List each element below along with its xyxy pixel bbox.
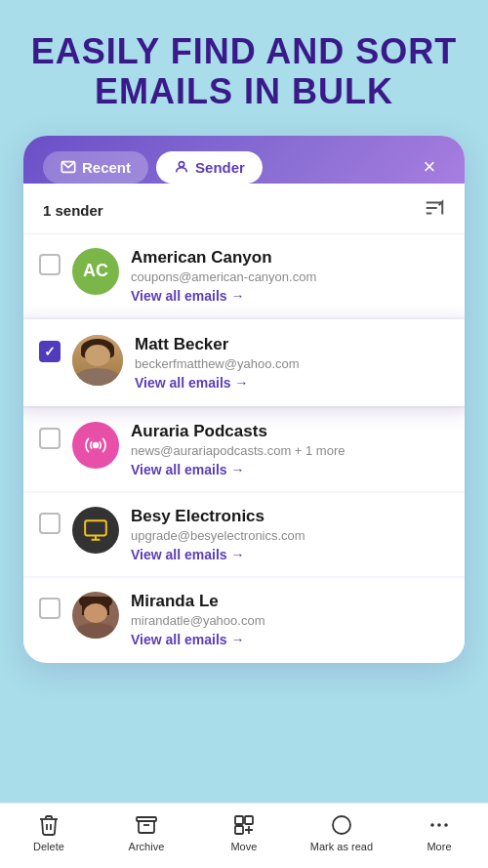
avatar-matt-becker bbox=[72, 335, 123, 386]
tab-sender[interactable]: Sender bbox=[156, 151, 263, 184]
toolbar-archive[interactable]: Archive bbox=[115, 813, 178, 852]
checkbox-american-canyon[interactable] bbox=[39, 254, 61, 275]
svg-rect-13 bbox=[235, 826, 243, 834]
toolbar-move-label: Move bbox=[230, 841, 257, 852]
toolbar-more-label: More bbox=[427, 841, 451, 852]
toolbar-move[interactable]: Move bbox=[213, 813, 275, 852]
more-dots-icon bbox=[427, 813, 451, 837]
svg-rect-11 bbox=[235, 816, 243, 824]
hero-title: EASILY FIND AND SORT EMAILS IN BULK bbox=[0, 0, 488, 136]
sender-email-miranda-le: mirandatle@yahoo.com bbox=[131, 613, 449, 628]
sender-list: AC American Canyon coupons@american-cany… bbox=[23, 234, 465, 661]
view-all-besy-electronics[interactable]: View all emails → bbox=[131, 547, 449, 562]
svg-rect-12 bbox=[245, 816, 253, 824]
sender-info-matt-becker: Matt Becker beckerfmatthew@yahoo.com Vie… bbox=[135, 335, 449, 391]
tabs-row: Recent Sender × bbox=[43, 151, 445, 184]
sender-info-besy-electronics: Besy Electronics upgrade@besyelectronics… bbox=[131, 507, 449, 562]
view-all-matt-becker[interactable]: View all emails → bbox=[135, 375, 449, 391]
checkbox-matt-becker[interactable] bbox=[39, 341, 61, 362]
sender-email-matt-becker: beckerfmatthew@yahoo.com bbox=[135, 356, 449, 371]
tab-recent-label: Recent bbox=[82, 159, 131, 176]
svg-point-5 bbox=[93, 442, 100, 449]
toolbar-mark-as-read[interactable]: Mark as read bbox=[310, 813, 373, 852]
toolbar-delete-label: Delete bbox=[33, 841, 64, 852]
svg-rect-6 bbox=[85, 520, 106, 535]
sender-item-besy-electronics: Besy Electronics upgrade@besyelectronics… bbox=[23, 493, 465, 576]
tab-sender-label: Sender bbox=[195, 159, 245, 176]
svg-point-15 bbox=[430, 823, 434, 827]
avatar-besy-electronics bbox=[72, 507, 119, 554]
main-card: Recent Sender × 1 sender bbox=[23, 136, 465, 663]
sender-info-miranda-le: Miranda Le mirandatle@yahoo.com View all… bbox=[131, 592, 449, 647]
avatar-miranda-le bbox=[72, 592, 119, 639]
checkbox-auraria-podcasts[interactable] bbox=[39, 428, 61, 449]
card-header: Recent Sender × bbox=[23, 136, 465, 184]
view-all-arrow-ap: → bbox=[231, 462, 245, 477]
sender-count: 1 sender bbox=[43, 202, 103, 219]
view-all-auraria-podcasts[interactable]: View all emails → bbox=[131, 462, 449, 477]
svg-point-14 bbox=[333, 816, 350, 834]
view-all-miranda-le[interactable]: View all emails → bbox=[131, 632, 449, 647]
circle-icon bbox=[330, 813, 353, 837]
sender-item-matt-becker: Matt Becker beckerfmatthew@yahoo.com Vie… bbox=[23, 319, 465, 406]
sender-name-american-canyon: American Canyon bbox=[131, 248, 449, 268]
sender-name-auraria-podcasts: Auraria Podcasts bbox=[131, 422, 449, 441]
svg-rect-9 bbox=[137, 817, 156, 821]
sender-email-american-canyon: coupons@american-canyon.com bbox=[131, 269, 449, 284]
checkbox-besy-electronics[interactable] bbox=[39, 513, 61, 534]
view-all-arrow-ac: → bbox=[231, 288, 245, 304]
view-all-american-canyon[interactable]: View all emails → bbox=[131, 288, 449, 304]
sender-info-auraria-podcasts: Auraria Podcasts news@aurariapodcasts.co… bbox=[131, 422, 449, 477]
toolbar-delete[interactable]: Delete bbox=[18, 813, 80, 852]
sort-bar: 1 sender bbox=[23, 184, 465, 234]
view-all-arrow-be: → bbox=[231, 547, 245, 562]
toolbar-mark-as-read-label: Mark as read bbox=[310, 841, 373, 852]
sender-name-miranda-le: Miranda Le bbox=[131, 592, 449, 611]
trash-icon bbox=[37, 813, 61, 837]
move-icon bbox=[232, 813, 256, 837]
toolbar-more[interactable]: More bbox=[408, 813, 470, 852]
sender-email-auraria-podcasts: news@aurariapodcasts.com + 1 more bbox=[131, 443, 449, 458]
sender-info-american-canyon: American Canyon coupons@american-canyon.… bbox=[131, 248, 449, 304]
sender-item-auraria-podcasts: Auraria Podcasts news@aurariapodcasts.co… bbox=[23, 408, 465, 491]
bottom-toolbar: Delete Archive Move Mark as read bbox=[0, 803, 488, 868]
close-button[interactable]: × bbox=[414, 151, 445, 183]
avatar-auraria-podcasts bbox=[72, 422, 119, 469]
view-all-arrow-mb: → bbox=[235, 375, 249, 391]
sender-name-matt-becker: Matt Becker bbox=[135, 335, 449, 354]
archive-icon bbox=[135, 813, 158, 837]
sender-name-besy-electronics: Besy Electronics bbox=[131, 507, 449, 526]
view-all-arrow-ml: → bbox=[231, 632, 245, 647]
sender-item-miranda-le: Miranda Le mirandatle@yahoo.com View all… bbox=[23, 578, 465, 661]
svg-point-16 bbox=[437, 823, 441, 827]
checkbox-miranda-le[interactable] bbox=[39, 598, 61, 619]
svg-point-17 bbox=[444, 823, 448, 827]
sender-item-american-canyon: AC American Canyon coupons@american-cany… bbox=[23, 234, 465, 317]
avatar-american-canyon: AC bbox=[72, 248, 119, 295]
sender-email-besy-electronics: upgrade@besyelectronics.com bbox=[131, 528, 449, 543]
tab-recent[interactable]: Recent bbox=[43, 151, 148, 184]
svg-point-1 bbox=[179, 162, 183, 167]
sort-button[interactable] bbox=[424, 197, 445, 224]
toolbar-archive-label: Archive bbox=[129, 841, 165, 852]
